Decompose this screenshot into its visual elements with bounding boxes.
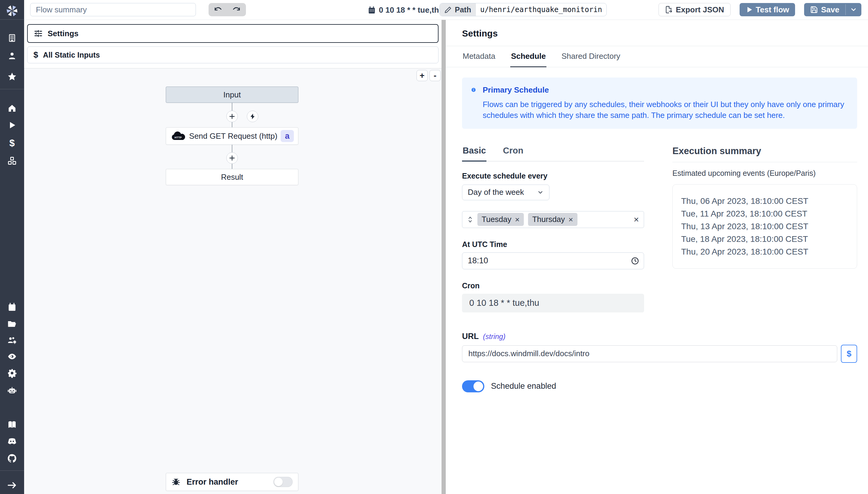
panel-splitter[interactable] xyxy=(441,20,446,494)
settings-header: Settings xyxy=(446,20,868,46)
url-input[interactable] xyxy=(462,345,837,362)
all-static-inputs-button[interactable]: $ All Static Inputs xyxy=(27,46,438,63)
flow-path-badge[interactable]: Path u/henri/earthquake_monitorin xyxy=(439,3,607,16)
remove-chip-icon[interactable]: × xyxy=(515,216,519,224)
save-button-group: Save xyxy=(804,3,861,16)
home-icon[interactable] xyxy=(7,104,17,113)
audit-eye-icon[interactable] xyxy=(7,352,17,361)
url-field-block: URL (string) $ xyxy=(462,332,857,363)
frequency-select[interactable]: Day of the week xyxy=(462,185,549,200)
schedule-tab-content: Primary Schedule Flows can be triggered … xyxy=(446,77,868,392)
tab-schedule[interactable]: Schedule xyxy=(510,46,547,67)
schedule-form: Basic Cron Execute schedule every Day of… xyxy=(462,146,644,312)
graph-zoom-out-button[interactable]: - xyxy=(430,70,441,81)
insert-variable-dollar-button[interactable]: $ xyxy=(841,345,857,363)
flow-editor-panel: Settings $ All Static Inputs + - Input xyxy=(24,20,441,494)
utc-time-input[interactable] xyxy=(462,252,644,269)
windmill-logo-icon[interactable] xyxy=(5,4,19,18)
weekday-chip-tuesday: Tuesday × xyxy=(477,213,524,226)
error-handler-toggle[interactable] xyxy=(273,477,293,487)
error-handler-label: Error handler xyxy=(186,477,267,487)
redo-icon xyxy=(232,5,241,14)
add-trigger-bolt-button[interactable] xyxy=(247,111,258,122)
primary-schedule-info-box: Primary Schedule Flows can be triggered … xyxy=(462,77,857,129)
tab-metadata[interactable]: Metadata xyxy=(462,46,496,67)
graph-zoom-in-button[interactable]: + xyxy=(416,70,428,81)
settings-gear-icon[interactable] xyxy=(7,368,17,378)
clear-all-icon[interactable]: × xyxy=(633,215,639,224)
plus-icon xyxy=(229,155,235,162)
bug-icon xyxy=(172,477,180,487)
tab-cron[interactable]: Cron xyxy=(502,146,524,160)
test-flow-label: Test flow xyxy=(756,5,789,15)
flow-settings-label: Settings xyxy=(47,29,79,38)
svg-text:HTTP: HTTP xyxy=(175,136,182,139)
save-button[interactable]: Save xyxy=(804,3,845,16)
workers-robot-icon[interactable] xyxy=(7,385,17,395)
save-label: Save xyxy=(821,5,840,15)
undo-button[interactable] xyxy=(209,3,227,16)
info-content: Primary Schedule Flows can be triggered … xyxy=(482,86,848,121)
settings-panel: Settings Metadata Schedule Shared Direct… xyxy=(446,20,868,494)
variables-dollar-icon[interactable]: $ xyxy=(9,138,15,148)
resources-cubes-icon[interactable] xyxy=(7,156,17,166)
event-line: Thu, 20 Apr 2023, 18:10:00 CEST xyxy=(681,246,848,258)
weekday-multiselect[interactable]: Tuesday × Thursday × × xyxy=(462,211,644,228)
chevron-down-icon xyxy=(537,189,544,196)
workspace-icon[interactable] xyxy=(7,34,17,42)
github-icon[interactable] xyxy=(7,453,17,463)
schedule-enabled-toggle[interactable] xyxy=(462,380,484,392)
info-icon xyxy=(471,86,476,94)
sort-updown-icon xyxy=(467,216,473,223)
docs-book-icon[interactable] xyxy=(7,420,17,430)
execution-summary-subtitle: Estimated upcoming events (Europe/Paris) xyxy=(672,169,857,178)
test-flow-button[interactable]: Test flow xyxy=(739,3,795,16)
schedules-calendar-icon[interactable] xyxy=(7,303,17,311)
flow-node-result[interactable]: Result xyxy=(166,169,298,185)
input-node-label: Input xyxy=(223,90,241,99)
path-value: u/henri/earthquake_monitorin xyxy=(476,3,606,16)
user-icon[interactable] xyxy=(7,51,17,60)
tab-basic[interactable]: Basic xyxy=(462,146,487,162)
folders-icon[interactable] xyxy=(7,319,17,328)
info-title: Primary Schedule xyxy=(482,86,848,95)
topbar-actions: Export JSON Test flow Save xyxy=(658,3,861,16)
runs-play-icon[interactable] xyxy=(8,121,16,129)
export-json-button[interactable]: Export JSON xyxy=(658,3,730,16)
save-icon xyxy=(810,6,818,14)
weekday-chip-thursday: Thursday × xyxy=(528,213,577,226)
tab-shared-directory[interactable]: Shared Directory xyxy=(561,46,621,67)
event-line: Thu, 13 Apr 2023, 18:10:00 CEST xyxy=(681,220,848,233)
plus-icon xyxy=(229,113,235,120)
clock-icon[interactable] xyxy=(631,256,639,265)
windmill-flow-editor: $ xyxy=(0,0,868,494)
redo-button[interactable] xyxy=(227,3,246,16)
chip-label: Tuesday xyxy=(481,215,511,224)
execution-summary: Execution summary Estimated upcoming eve… xyxy=(672,146,857,312)
save-dropdown-button[interactable] xyxy=(846,3,861,16)
add-step-button-2[interactable] xyxy=(226,152,238,164)
settings-title: Settings xyxy=(462,28,857,39)
result-node-label: Result xyxy=(221,172,243,182)
error-handler-node[interactable]: Error handler xyxy=(166,473,298,491)
expand-sidebar-arrow-icon[interactable] xyxy=(7,480,17,490)
flow-node-step[interactable]: HTTP Send GET Request (http) a xyxy=(166,127,298,145)
flow-editor-header: Settings $ All Static Inputs xyxy=(24,20,441,69)
favorites-star-icon[interactable] xyxy=(7,72,17,81)
flow-graph-canvas[interactable]: + - Input HTTP Send G xyxy=(24,66,441,494)
flow-node-input[interactable]: Input xyxy=(166,87,298,103)
step-id-badge: a xyxy=(281,130,294,142)
primary-schedule-summary[interactable]: 0 10 18 * * tue,thu xyxy=(368,0,443,20)
flow-summary-input[interactable] xyxy=(30,3,196,16)
event-line: Thu, 06 Apr 2023, 18:10:00 CEST xyxy=(681,195,848,208)
remove-chip-icon[interactable]: × xyxy=(568,216,573,224)
groups-users-icon[interactable] xyxy=(7,335,17,345)
sidebar: $ xyxy=(0,0,24,494)
cron-summary-text: 0 10 18 * * tue,thu xyxy=(379,5,443,15)
add-step-button[interactable] xyxy=(226,111,238,122)
cron-expression-value: 0 10 18 * * tue,thu xyxy=(462,294,644,312)
file-export-icon xyxy=(665,6,673,14)
toggle-knob xyxy=(473,381,483,391)
discord-icon[interactable] xyxy=(7,436,17,446)
flow-settings-button[interactable]: Settings xyxy=(27,24,438,43)
